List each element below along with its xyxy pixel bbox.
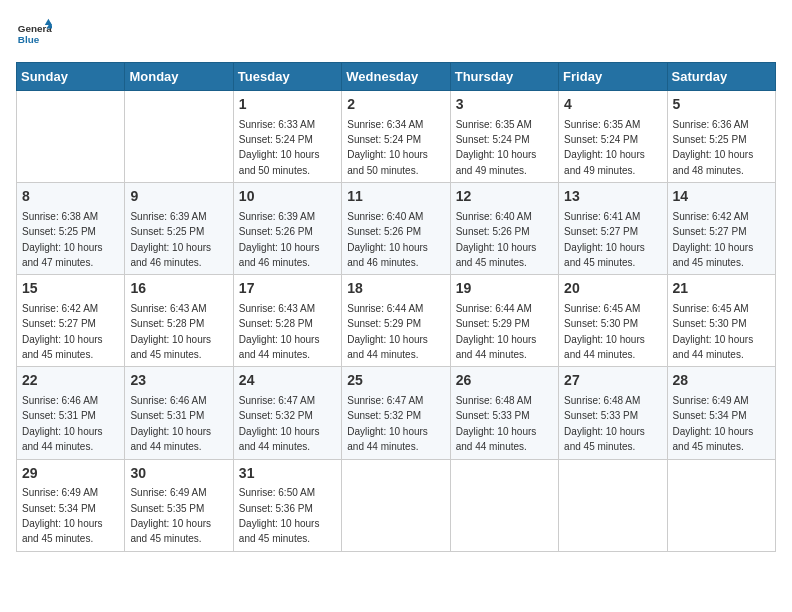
calendar-cell: 13Sunrise: 6:41 AMSunset: 5:27 PMDayligh… xyxy=(559,183,667,275)
calendar-cell: 4Sunrise: 6:35 AMSunset: 5:24 PMDaylight… xyxy=(559,91,667,183)
day-sunrise: Sunrise: 6:40 AMSunset: 5:26 PMDaylight:… xyxy=(347,211,428,268)
calendar-cell: 24Sunrise: 6:47 AMSunset: 5:32 PMDayligh… xyxy=(233,367,341,459)
calendar-table: SundayMondayTuesdayWednesdayThursdayFrid… xyxy=(16,62,776,552)
day-sunrise: Sunrise: 6:36 AMSunset: 5:25 PMDaylight:… xyxy=(673,119,754,176)
calendar-cell: 9Sunrise: 6:39 AMSunset: 5:25 PMDaylight… xyxy=(125,183,233,275)
day-sunrise: Sunrise: 6:47 AMSunset: 5:32 PMDaylight:… xyxy=(239,395,320,452)
calendar-week-4: 22Sunrise: 6:46 AMSunset: 5:31 PMDayligh… xyxy=(17,367,776,459)
calendar-cell: 5Sunrise: 6:36 AMSunset: 5:25 PMDaylight… xyxy=(667,91,775,183)
day-number: 5 xyxy=(673,95,770,115)
day-number: 13 xyxy=(564,187,661,207)
day-sunrise: Sunrise: 6:49 AMSunset: 5:34 PMDaylight:… xyxy=(673,395,754,452)
day-number: 16 xyxy=(130,279,227,299)
calendar-cell: 27Sunrise: 6:48 AMSunset: 5:33 PMDayligh… xyxy=(559,367,667,459)
day-number: 1 xyxy=(239,95,336,115)
calendar-cell xyxy=(667,459,775,551)
day-number: 24 xyxy=(239,371,336,391)
logo: General Blue xyxy=(16,16,52,52)
day-sunrise: Sunrise: 6:45 AMSunset: 5:30 PMDaylight:… xyxy=(564,303,645,360)
calendar-week-3: 15Sunrise: 6:42 AMSunset: 5:27 PMDayligh… xyxy=(17,275,776,367)
calendar-cell xyxy=(125,91,233,183)
day-number: 20 xyxy=(564,279,661,299)
day-sunrise: Sunrise: 6:40 AMSunset: 5:26 PMDaylight:… xyxy=(456,211,537,268)
day-sunrise: Sunrise: 6:38 AMSunset: 5:25 PMDaylight:… xyxy=(22,211,103,268)
calendar-cell: 20Sunrise: 6:45 AMSunset: 5:30 PMDayligh… xyxy=(559,275,667,367)
day-number: 29 xyxy=(22,464,119,484)
calendar-cell: 3Sunrise: 6:35 AMSunset: 5:24 PMDaylight… xyxy=(450,91,558,183)
day-number: 17 xyxy=(239,279,336,299)
day-sunrise: Sunrise: 6:33 AMSunset: 5:24 PMDaylight:… xyxy=(239,119,320,176)
calendar-cell: 17Sunrise: 6:43 AMSunset: 5:28 PMDayligh… xyxy=(233,275,341,367)
calendar-cell: 11Sunrise: 6:40 AMSunset: 5:26 PMDayligh… xyxy=(342,183,450,275)
day-number: 8 xyxy=(22,187,119,207)
header-row: SundayMondayTuesdayWednesdayThursdayFrid… xyxy=(17,63,776,91)
calendar-cell: 23Sunrise: 6:46 AMSunset: 5:31 PMDayligh… xyxy=(125,367,233,459)
calendar-cell: 28Sunrise: 6:49 AMSunset: 5:34 PMDayligh… xyxy=(667,367,775,459)
day-sunrise: Sunrise: 6:49 AMSunset: 5:34 PMDaylight:… xyxy=(22,487,103,544)
calendar-cell: 19Sunrise: 6:44 AMSunset: 5:29 PMDayligh… xyxy=(450,275,558,367)
day-sunrise: Sunrise: 6:42 AMSunset: 5:27 PMDaylight:… xyxy=(673,211,754,268)
day-number: 23 xyxy=(130,371,227,391)
calendar-cell: 2Sunrise: 6:34 AMSunset: 5:24 PMDaylight… xyxy=(342,91,450,183)
day-number: 14 xyxy=(673,187,770,207)
calendar-cell: 30Sunrise: 6:49 AMSunset: 5:35 PMDayligh… xyxy=(125,459,233,551)
day-number: 26 xyxy=(456,371,553,391)
day-sunrise: Sunrise: 6:48 AMSunset: 5:33 PMDaylight:… xyxy=(564,395,645,452)
day-sunrise: Sunrise: 6:47 AMSunset: 5:32 PMDaylight:… xyxy=(347,395,428,452)
calendar-cell: 21Sunrise: 6:45 AMSunset: 5:30 PMDayligh… xyxy=(667,275,775,367)
day-sunrise: Sunrise: 6:41 AMSunset: 5:27 PMDaylight:… xyxy=(564,211,645,268)
logo-icon: General Blue xyxy=(16,16,52,52)
day-number: 4 xyxy=(564,95,661,115)
header-sunday: Sunday xyxy=(17,63,125,91)
day-number: 30 xyxy=(130,464,227,484)
day-number: 9 xyxy=(130,187,227,207)
calendar-cell: 15Sunrise: 6:42 AMSunset: 5:27 PMDayligh… xyxy=(17,275,125,367)
day-sunrise: Sunrise: 6:35 AMSunset: 5:24 PMDaylight:… xyxy=(564,119,645,176)
day-sunrise: Sunrise: 6:39 AMSunset: 5:25 PMDaylight:… xyxy=(130,211,211,268)
day-number: 31 xyxy=(239,464,336,484)
calendar-cell xyxy=(559,459,667,551)
day-sunrise: Sunrise: 6:44 AMSunset: 5:29 PMDaylight:… xyxy=(456,303,537,360)
day-number: 28 xyxy=(673,371,770,391)
calendar-week-5: 29Sunrise: 6:49 AMSunset: 5:34 PMDayligh… xyxy=(17,459,776,551)
calendar-week-1: 1Sunrise: 6:33 AMSunset: 5:24 PMDaylight… xyxy=(17,91,776,183)
calendar-cell: 16Sunrise: 6:43 AMSunset: 5:28 PMDayligh… xyxy=(125,275,233,367)
calendar-cell: 26Sunrise: 6:48 AMSunset: 5:33 PMDayligh… xyxy=(450,367,558,459)
day-number: 27 xyxy=(564,371,661,391)
calendar-cell: 12Sunrise: 6:40 AMSunset: 5:26 PMDayligh… xyxy=(450,183,558,275)
day-sunrise: Sunrise: 6:49 AMSunset: 5:35 PMDaylight:… xyxy=(130,487,211,544)
header-friday: Friday xyxy=(559,63,667,91)
header-wednesday: Wednesday xyxy=(342,63,450,91)
day-sunrise: Sunrise: 6:45 AMSunset: 5:30 PMDaylight:… xyxy=(673,303,754,360)
calendar-cell: 18Sunrise: 6:44 AMSunset: 5:29 PMDayligh… xyxy=(342,275,450,367)
day-number: 10 xyxy=(239,187,336,207)
calendar-cell: 1Sunrise: 6:33 AMSunset: 5:24 PMDaylight… xyxy=(233,91,341,183)
day-number: 25 xyxy=(347,371,444,391)
calendar-cell: 31Sunrise: 6:50 AMSunset: 5:36 PMDayligh… xyxy=(233,459,341,551)
calendar-cell: 8Sunrise: 6:38 AMSunset: 5:25 PMDaylight… xyxy=(17,183,125,275)
day-number: 22 xyxy=(22,371,119,391)
day-number: 12 xyxy=(456,187,553,207)
day-sunrise: Sunrise: 6:35 AMSunset: 5:24 PMDaylight:… xyxy=(456,119,537,176)
calendar-cell: 25Sunrise: 6:47 AMSunset: 5:32 PMDayligh… xyxy=(342,367,450,459)
calendar-cell: 29Sunrise: 6:49 AMSunset: 5:34 PMDayligh… xyxy=(17,459,125,551)
header-thursday: Thursday xyxy=(450,63,558,91)
day-sunrise: Sunrise: 6:50 AMSunset: 5:36 PMDaylight:… xyxy=(239,487,320,544)
header-tuesday: Tuesday xyxy=(233,63,341,91)
page-header: General Blue xyxy=(16,16,776,52)
day-sunrise: Sunrise: 6:42 AMSunset: 5:27 PMDaylight:… xyxy=(22,303,103,360)
day-sunrise: Sunrise: 6:48 AMSunset: 5:33 PMDaylight:… xyxy=(456,395,537,452)
header-saturday: Saturday xyxy=(667,63,775,91)
day-sunrise: Sunrise: 6:43 AMSunset: 5:28 PMDaylight:… xyxy=(239,303,320,360)
day-number: 21 xyxy=(673,279,770,299)
day-sunrise: Sunrise: 6:34 AMSunset: 5:24 PMDaylight:… xyxy=(347,119,428,176)
day-sunrise: Sunrise: 6:46 AMSunset: 5:31 PMDaylight:… xyxy=(130,395,211,452)
calendar-cell: 10Sunrise: 6:39 AMSunset: 5:26 PMDayligh… xyxy=(233,183,341,275)
calendar-cell xyxy=(17,91,125,183)
calendar-cell xyxy=(342,459,450,551)
svg-text:Blue: Blue xyxy=(18,34,40,45)
day-number: 3 xyxy=(456,95,553,115)
day-number: 19 xyxy=(456,279,553,299)
calendar-cell xyxy=(450,459,558,551)
day-number: 11 xyxy=(347,187,444,207)
